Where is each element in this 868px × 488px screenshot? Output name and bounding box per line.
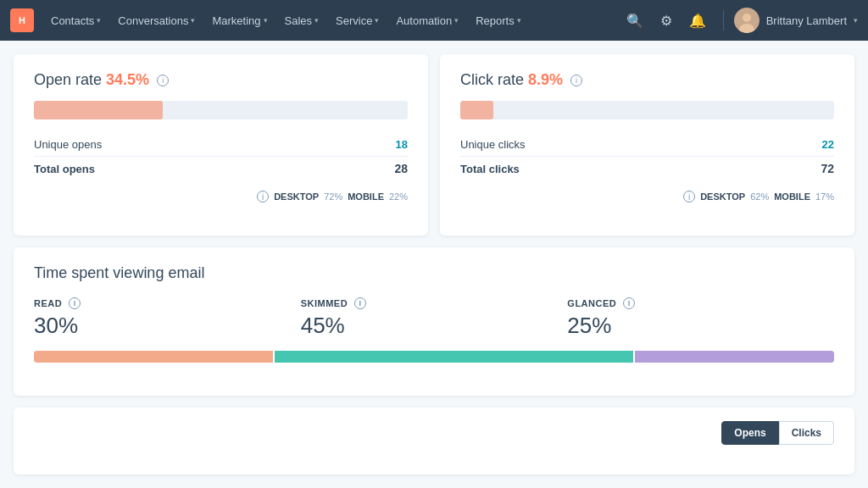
nav-reports[interactable]: Reports ▾ [469, 11, 528, 30]
click-rate-bar [460, 101, 834, 119]
search-button[interactable]: 🔍 [620, 9, 650, 32]
toggle-buttons: Opens Clicks [721, 421, 834, 445]
user-chevron-icon: ▾ [854, 16, 858, 25]
unique-opens-row: Unique opens 18 [34, 133, 408, 156]
nav-service[interactable]: Service ▾ [329, 11, 386, 30]
nav-contacts[interactable]: Contacts ▾ [44, 11, 108, 30]
read-bar-segment [34, 351, 273, 363]
read-value: 30% [34, 313, 301, 339]
open-rate-info-icon[interactable]: i [157, 75, 169, 86]
read-stat: READ i 30% [34, 297, 301, 339]
svg-text:H: H [19, 15, 25, 25]
skimmed-stat: SKIMMED i 45% [301, 297, 568, 339]
time-spent-card: Time spent viewing email READ i 30% SKIM… [14, 247, 854, 396]
main-content: Open rate 34.5% i Unique opens 18 Total … [0, 41, 868, 488]
chevron-down-icon: ▾ [375, 16, 379, 25]
avatar [734, 8, 760, 33]
unique-clicks-value: 22 [822, 138, 834, 151]
click-rate-card: Click rate 8.9% i Unique clicks 22 Total… [440, 54, 854, 236]
unique-clicks-label: Unique clicks [460, 138, 526, 151]
chevron-down-icon: ▾ [191, 16, 195, 25]
top-stats-row: Open rate 34.5% i Unique opens 18 Total … [14, 54, 854, 236]
clicks-button[interactable]: Clicks [779, 421, 834, 445]
total-clicks-label: Total clicks [460, 163, 520, 175]
user-name: Brittany Lambert [766, 14, 847, 27]
total-opens-label: Total opens [34, 163, 95, 175]
total-opens-row: Total opens 28 [34, 157, 408, 180]
total-clicks-row: Total clicks 72 [460, 157, 834, 180]
hubspot-logo: H [10, 8, 34, 32]
click-rate-info-icon[interactable]: i [570, 75, 582, 86]
total-opens-value: 28 [394, 162, 408, 175]
skimmed-info-icon[interactable]: i [354, 297, 366, 309]
nav-sales[interactable]: Sales ▾ [278, 11, 326, 30]
read-info-icon[interactable]: i [69, 297, 81, 309]
open-rate-footer: i DESKTOP 72% MOBILE 22% [34, 191, 408, 202]
chevron-down-icon: ▾ [517, 16, 521, 25]
unique-opens-value: 18 [396, 138, 408, 151]
skimmed-bar-segment [275, 351, 633, 363]
glanced-bar-segment [635, 351, 834, 363]
time-card-title: Time spent viewing email [34, 264, 834, 282]
click-footer-info-icon[interactable]: i [683, 191, 695, 202]
notifications-button[interactable]: 🔔 [682, 9, 713, 32]
time-stats-row: READ i 30% SKIMMED i 45% GLANCED i 25% [34, 297, 834, 339]
chevron-down-icon: ▾ [454, 16, 459, 25]
open-rate-card: Open rate 34.5% i Unique opens 18 Total … [14, 54, 428, 236]
chevron-down-icon: ▾ [314, 16, 319, 25]
unique-clicks-row: Unique clicks 22 [460, 133, 834, 156]
open-rate-bar [34, 101, 408, 119]
navbar: H Contacts ▾ Conversations ▾ Marketing ▾… [0, 0, 868, 41]
glanced-info-icon[interactable]: i [623, 297, 635, 309]
search-icon: 🔍 [626, 13, 643, 29]
total-clicks-value: 72 [821, 162, 834, 175]
nav-conversations[interactable]: Conversations ▾ [111, 11, 202, 30]
open-rate-title: Open rate 34.5% i [34, 71, 408, 89]
glanced-value: 25% [567, 313, 834, 339]
skimmed-value: 45% [301, 313, 568, 339]
click-rate-title: Click rate 8.9% i [460, 71, 834, 89]
nav-marketing[interactable]: Marketing ▾ [205, 11, 274, 30]
nav-divider [723, 10, 724, 30]
unique-opens-label: Unique opens [34, 138, 102, 151]
gear-icon: ⚙ [660, 13, 672, 29]
chevron-down-icon: ▾ [97, 16, 101, 25]
click-rate-footer: i DESKTOP 62% MOBILE 17% [460, 191, 834, 202]
settings-button[interactable]: ⚙ [654, 9, 679, 32]
click-rate-value: 8.9% [528, 71, 563, 88]
bell-icon: 🔔 [689, 13, 706, 29]
opens-button[interactable]: Opens [721, 421, 778, 445]
footer-info-icon[interactable]: i [257, 191, 269, 202]
engagement-over-time-card: Opens Clicks [14, 408, 854, 474]
glanced-stat: GLANCED i 25% [567, 297, 834, 339]
nav-automation[interactable]: Automation ▾ [389, 11, 465, 30]
user-menu[interactable]: Brittany Lambert ▾ [734, 8, 858, 33]
chevron-down-icon: ▾ [264, 16, 268, 25]
svg-point-3 [743, 14, 751, 22]
time-bar [34, 351, 834, 363]
open-rate-value: 34.5% [106, 71, 149, 88]
